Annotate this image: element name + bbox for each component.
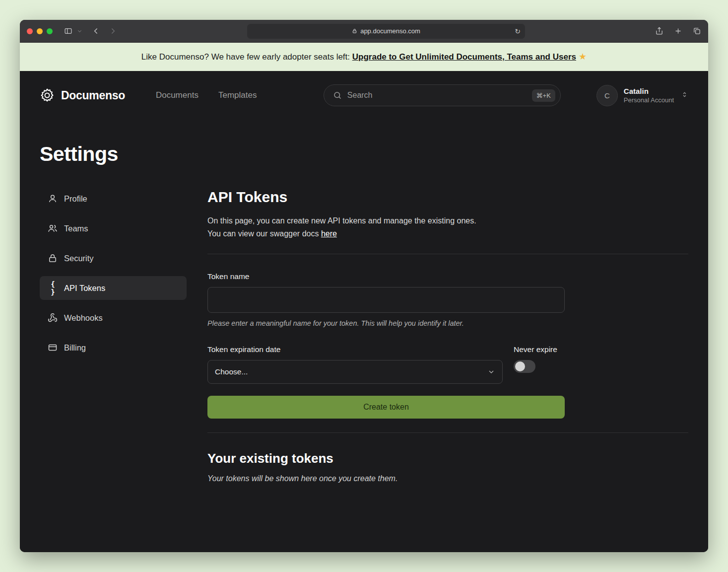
account-meta: Catalin Personal Account	[624, 87, 674, 104]
sidebar-item-api-tokens[interactable]: { } API Tokens	[40, 276, 187, 300]
window-controls	[27, 28, 53, 34]
never-expire-column: Never expire	[514, 327, 557, 373]
avatar: C	[596, 85, 618, 106]
account-menu[interactable]: C Catalin Personal Account	[596, 85, 688, 106]
sidebar-item-billing[interactable]: Billing	[40, 336, 187, 359]
lock-icon	[352, 28, 357, 34]
section-description: On this page, you can create new API tok…	[207, 214, 688, 240]
browser-window: app.documenso.com ↻ Like Documenso? We h…	[20, 20, 708, 552]
new-tab-icon[interactable]	[674, 27, 682, 35]
token-name-label: Token name	[207, 272, 688, 281]
back-button[interactable]	[92, 27, 100, 35]
user-icon	[48, 194, 58, 204]
forward-button[interactable]	[109, 27, 117, 35]
expiration-selected-value: Choose...	[215, 367, 248, 376]
search-icon	[333, 91, 342, 100]
divider	[207, 432, 688, 433]
refresh-icon[interactable]: ↻	[515, 27, 521, 35]
section-heading: API Tokens	[207, 189, 688, 206]
app-page: Documenso Documents Templates ⌘+K C Cata…	[20, 71, 708, 552]
braces-icon: { }	[48, 280, 58, 296]
promo-banner: Like Documenso? We have few early adopte…	[20, 43, 708, 71]
users-icon	[48, 223, 58, 233]
expiration-column: Token expiration date Choose...	[207, 327, 503, 384]
never-expire-toggle[interactable]	[514, 360, 535, 373]
webhook-icon	[48, 313, 58, 323]
expiration-select[interactable]: Choose...	[207, 360, 503, 384]
url-text: app.documenso.com	[360, 27, 420, 35]
sidebar-item-teams[interactable]: Teams	[40, 216, 187, 240]
sidebar-item-label: Billing	[64, 343, 86, 353]
account-type: Personal Account	[624, 96, 674, 104]
api-tokens-panel: API Tokens On this page, you can create …	[207, 187, 688, 483]
brand-name: Documenso	[61, 89, 125, 102]
sidebar-item-label: Webhooks	[64, 313, 103, 323]
sidebar-item-security[interactable]: Security	[40, 246, 187, 270]
expiration-label: Token expiration date	[207, 345, 503, 354]
nav-documents[interactable]: Documents	[156, 90, 199, 100]
divider	[207, 254, 688, 254]
star-icon: ★	[579, 52, 587, 62]
sidebar-item-profile[interactable]: Profile	[40, 187, 187, 211]
app-header: Documenso Documents Templates ⌘+K C Cata…	[40, 71, 688, 120]
upgrade-link[interactable]: Upgrade to Get Unlimited Documents, Team…	[352, 52, 576, 62]
url-bar[interactable]: app.documenso.com ↻	[247, 24, 525, 39]
close-window-button[interactable]	[27, 28, 33, 34]
page-title: Settings	[40, 143, 688, 166]
credit-card-icon	[48, 343, 58, 353]
description-line-2: You can view our swagger docs	[207, 229, 321, 238]
lock-icon	[48, 253, 58, 263]
zoom-window-button[interactable]	[47, 28, 53, 34]
share-icon[interactable]	[655, 27, 663, 35]
existing-tokens-empty-text: Your tokens will be shown here once you …	[207, 474, 688, 483]
never-expire-label: Never expire	[514, 345, 557, 354]
browser-toolbar: app.documenso.com ↻	[20, 20, 708, 43]
sidebar-item-label: Teams	[64, 224, 88, 233]
account-name: Catalin	[624, 87, 674, 95]
sidebar-item-label: Profile	[64, 194, 87, 204]
sidebar-item-webhooks[interactable]: Webhooks	[40, 306, 187, 330]
toggle-knob	[515, 361, 525, 371]
chevron-down-icon	[487, 368, 495, 376]
description-line-1: On this page, you can create new API tok…	[207, 216, 476, 225]
token-name-help: Please enter a meaningful name for your …	[207, 319, 688, 327]
sidebar-chevron-down-icon[interactable]	[77, 28, 82, 34]
search-bar[interactable]: ⌘+K	[324, 84, 561, 106]
sidebar-item-label: Security	[64, 254, 94, 263]
existing-tokens-heading: Your existing tokens	[207, 451, 688, 466]
chevron-up-down-icon	[681, 91, 688, 100]
create-token-button[interactable]: Create token	[207, 396, 565, 419]
swagger-docs-link[interactable]: here	[321, 229, 337, 238]
search-input[interactable]	[347, 91, 527, 100]
sidebar-item-label: API Tokens	[64, 284, 105, 293]
nav-templates[interactable]: Templates	[218, 90, 257, 100]
tab-overview-icon[interactable]	[693, 27, 701, 35]
primary-nav: Documents Templates	[156, 90, 257, 100]
sidebar-toggle-icon[interactable]	[64, 27, 72, 35]
brand[interactable]: Documenso	[40, 88, 125, 103]
minimize-window-button[interactable]	[37, 28, 43, 34]
expiration-row: Token expiration date Choose... Never ex…	[207, 327, 688, 384]
settings-sidebar: Profile Teams Security { } API Tokens We…	[40, 187, 187, 483]
search-shortcut-badge: ⌘+K	[532, 89, 555, 102]
promo-text: Like Documenso? We have few early adopte…	[141, 52, 352, 62]
documenso-logo-icon	[40, 88, 55, 103]
token-name-input[interactable]	[207, 287, 565, 313]
settings-layout: Profile Teams Security { } API Tokens We…	[40, 187, 688, 483]
